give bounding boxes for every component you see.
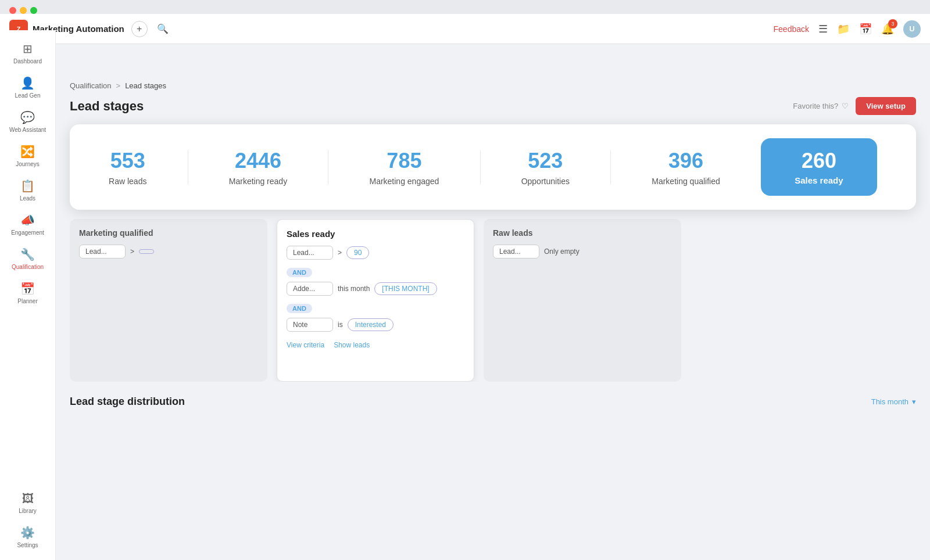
board-card-mq-filter: Lead... > (79, 245, 258, 259)
stat-divider-4 (610, 150, 611, 185)
board-links: View criteria Show leads (287, 341, 464, 349)
calendar-icon[interactable]: 📅 (859, 23, 872, 35)
sidebar-label-web-assistant: Web Assistant (9, 127, 46, 133)
sidebar-item-planner[interactable]: 📅 Planner (5, 277, 51, 309)
leadgen-icon: 👤 (20, 76, 35, 90)
sidebar-item-leadgen[interactable]: 👤 Lead Gen (5, 71, 51, 103)
filter-op-sr-1: > (338, 249, 342, 257)
board-filter-sr-3: Note is Interested (287, 318, 464, 332)
month-label: This month (871, 397, 908, 406)
board-filter-sr-1: Lead... > 90 (287, 246, 464, 260)
search-button[interactable]: 🔍 (155, 21, 171, 37)
sidebar-item-engagement[interactable]: 📣 Engagement (5, 209, 51, 240)
and-badge-2: AND (287, 304, 312, 313)
filter-val-sr-3: Interested (348, 318, 394, 331)
sidebar-item-qualification[interactable]: 🔧 Qualification (5, 243, 51, 275)
favorite-area: Favorite this? ♡ (793, 102, 849, 110)
stat-marketing-ready-number: 2446 (235, 149, 281, 173)
main-content: Qualification > Lead stages Lead stages … (56, 44, 930, 560)
view-setup-button[interactable]: View setup (856, 97, 916, 115)
chevron-down-icon: ▾ (912, 397, 916, 406)
topbar-right: Feedback ☰ 📁 📅 🔔 3 U (774, 20, 921, 38)
heart-icon[interactable]: ♡ (842, 102, 849, 110)
content-area: Qualification > Lead stages Lead stages … (56, 74, 930, 408)
list-icon[interactable]: ☰ (818, 23, 828, 35)
sidebar-item-settings[interactable]: ⚙️ Settings (5, 521, 51, 553)
library-icon: 🖼 (22, 492, 34, 505)
filter-val-sr-1: 90 (346, 246, 369, 259)
user-avatar[interactable]: U (903, 20, 921, 38)
stat-marketing-engaged-label: Marketing engaged (369, 177, 439, 186)
stat-sales-ready-label: Sales ready (795, 175, 843, 185)
breadcrumb-parent[interactable]: Qualification (70, 81, 112, 90)
board-area: Marketing qualified Lead... > Sales read… (56, 219, 930, 382)
close-dot[interactable] (9, 7, 16, 14)
topbar: Z Marketing Automation + 🔍 Feedback ☰ 📁 … (0, 14, 930, 44)
board-filter-sr-2: Adde... this month [THIS MONTH] (287, 282, 464, 296)
breadcrumb: Qualification > Lead stages (56, 74, 930, 92)
stat-marketing-engaged: 785 Marketing engaged (369, 149, 439, 186)
maximize-dot[interactable] (30, 7, 37, 14)
dashboard-icon: ⊞ (23, 42, 33, 56)
folder-icon[interactable]: 📁 (837, 23, 850, 35)
stat-divider-3 (480, 150, 481, 185)
stat-marketing-qualified-label: Marketing qualified (652, 177, 720, 186)
stat-marketing-qualified-number: 396 (668, 149, 703, 173)
notification-icon[interactable]: 🔔 3 (881, 23, 894, 35)
sidebar: ⊞ Dashboard 👤 Lead Gen 💬 Web Assistant 🔀… (0, 30, 56, 560)
board-card-raw-leads: Raw leads Lead... Only empty (484, 219, 681, 382)
sidebar-item-leads[interactable]: 📋 Leads (5, 174, 51, 206)
filter-op-rl: Only empty (544, 247, 580, 256)
sidebar-label-journeys: Journeys (16, 161, 40, 167)
sidebar-label-planner: Planner (17, 298, 37, 304)
board-card-sr-title: Sales ready (287, 229, 464, 239)
journeys-icon: 🔀 (20, 145, 35, 159)
stat-sales-ready: 260 Sales ready (761, 138, 877, 196)
month-selector[interactable]: This month ▾ (871, 397, 916, 406)
feedback-button[interactable]: Feedback (774, 24, 809, 34)
add-button[interactable]: + (131, 21, 148, 37)
stat-opportunities-number: 523 (528, 149, 563, 173)
stats-card: 553 Raw leads 2446 Marketing ready 785 M… (70, 124, 916, 210)
sidebar-item-web-assistant[interactable]: 💬 Web Assistant (5, 106, 51, 138)
stat-marketing-ready-label: Marketing ready (229, 177, 287, 186)
view-criteria-link[interactable]: View criteria (287, 341, 324, 349)
sidebar-label-library: Library (19, 508, 37, 514)
window-chrome (0, 0, 930, 14)
sidebar-item-library[interactable]: 🖼 Library (5, 487, 51, 519)
filter-op-sr-3: is (338, 321, 343, 329)
board-card-sales-ready: Sales ready Lead... > 90 AND Adde... thi… (277, 219, 474, 382)
stat-marketing-ready: 2446 Marketing ready (229, 149, 287, 186)
filter-field-rl: Lead... (493, 245, 539, 259)
filter-op-sr-2: this month (338, 285, 370, 293)
show-leads-link[interactable]: Show leads (334, 341, 370, 349)
stat-raw-leads-label: Raw leads (109, 177, 146, 186)
sidebar-label-settings: Settings (17, 542, 38, 548)
stat-divider-2 (328, 150, 328, 185)
filter-val-sr-2: [THIS MONTH] (374, 282, 437, 295)
favorite-label: Favorite this? (793, 102, 838, 110)
board-card-mq-title: Marketing qualified (79, 228, 258, 238)
distribution-header: Lead stage distribution This month ▾ (56, 396, 930, 408)
page-title: Lead stages (70, 99, 144, 114)
filter-val-mq (139, 249, 154, 254)
stat-divider-1 (188, 150, 188, 185)
page-header: Lead stages Favorite this? ♡ View setup (56, 92, 930, 124)
sidebar-item-dashboard[interactable]: ⊞ Dashboard (5, 37, 51, 69)
search-icon: 🔍 (157, 23, 169, 34)
board-card-rl-filter: Lead... Only empty (493, 245, 672, 259)
stat-sales-ready-number: 260 (802, 149, 836, 173)
leads-icon: 📋 (20, 179, 35, 193)
stat-opportunities-label: Opportunities (521, 177, 570, 186)
sidebar-label-dashboard: Dashboard (13, 58, 42, 64)
sidebar-item-journeys[interactable]: 🔀 Journeys (5, 140, 51, 172)
filter-field-sr-1: Lead... (287, 246, 333, 260)
filter-op-mq: > (130, 247, 134, 256)
breadcrumb-separator: > (116, 81, 121, 90)
board-card-rl-title: Raw leads (493, 228, 672, 238)
filter-field-sr-3: Note (287, 318, 333, 332)
filter-field-mq: Lead... (79, 245, 126, 259)
minimize-dot[interactable] (20, 7, 27, 14)
stat-marketing-engaged-number: 785 (387, 149, 421, 173)
sidebar-label-leads: Leads (20, 195, 35, 202)
